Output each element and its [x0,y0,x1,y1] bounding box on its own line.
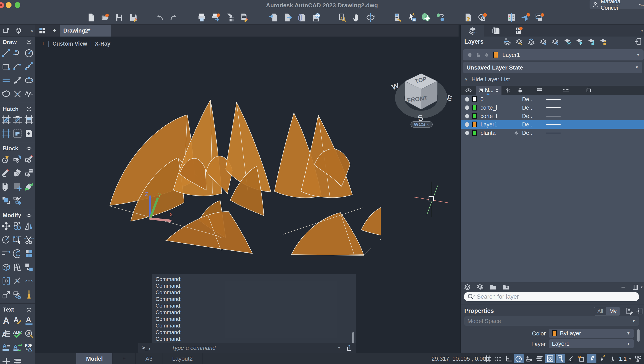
layer-lock-button[interactable] [587,38,595,46]
layer-row-0[interactable]: 0De... [461,95,644,103]
tool-rotate[interactable] [1,235,11,245]
tool-block-insert[interactable] [1,154,11,164]
tool-circle[interactable] [24,48,34,58]
status-shapes-toggle[interactable] [634,354,643,363]
layer-status-dot[interactable] [465,114,469,118]
tool-point[interactable] [12,89,22,99]
status-workspace-rect-toggle[interactable] [576,354,586,363]
tool-block-construct[interactable] [1,195,11,205]
name-column-header[interactable]: N... [476,86,502,95]
palette-tab-2d[interactable] [0,27,12,34]
layer-lineweight[interactable]: De... [522,105,546,111]
viewport-style-control[interactable]: X-Ray [95,41,110,47]
tool-explode-3d[interactable] [1,262,11,272]
tool-polyline[interactable] [12,48,22,58]
filter-my[interactable]: My [606,307,620,315]
publish-edit-button[interactable] [240,13,249,22]
tool-attribute-edit[interactable] [1,168,11,178]
status-osnap-toggle[interactable] [566,354,576,363]
layout-tab-layout2[interactable]: Layout2 [162,353,203,364]
tool-bracket-select[interactable] [1,276,11,286]
linetype-column-icon[interactable] [553,87,580,94]
tool-find-text[interactable]: A [24,329,34,339]
pan-button[interactable] [352,13,361,22]
color-dropdown[interactable]: ByLayer ▼ [549,329,634,338]
viewcube[interactable]: TOP FRONT W E S [389,63,458,129]
layer-dropdown[interactable]: Layer1 ▼ [549,339,634,348]
command-input-placeholder[interactable]: Type a command [150,344,216,351]
open-folder-button[interactable] [100,13,110,22]
status-lineweight-toggle[interactable] [535,354,544,363]
status-annotation-auto-toggle[interactable] [597,354,607,363]
visibility-column-eye-icon[interactable] [461,87,476,94]
layer-lineweight[interactable]: De... [522,113,546,119]
command-input-row[interactable]: >_ ▾ Type a command ▼ [138,343,356,353]
point-style-button[interactable] [435,13,444,22]
tool-text-style[interactable]: A [12,315,22,325]
tool-move[interactable] [1,221,11,231]
status-selection-cycling-toggle[interactable] [556,354,565,363]
gear-icon[interactable] [26,307,32,313]
current-layer-dropdown[interactable]: Layer1 ▼ [463,49,644,61]
drawing-compare-button[interactable] [507,13,516,22]
layer-search-field[interactable]: Search for layer [464,292,639,301]
status-transparency-toggle[interactable] [545,354,555,363]
save-button[interactable] [115,13,124,22]
status-ortho-toggle[interactable] [504,354,513,363]
layout-tab-model[interactable]: Model [76,353,113,364]
layout-tab-a3[interactable]: A3 [136,353,162,364]
panel-slide-icon[interactable] [634,38,642,45]
tool-multiline[interactable] [1,75,11,86]
layer-state-ic-button[interactable] [464,283,472,291]
layer-lineweight[interactable]: De... [522,96,546,103]
print-button[interactable] [197,13,206,22]
gear-icon[interactable] [26,106,32,112]
snowflake-icon[interactable] [514,130,519,136]
recent-commands-chevron[interactable]: ▼ [337,346,341,350]
status-dyn-input-toggle[interactable] [524,354,534,363]
layer-state-dropdown[interactable]: Unsaved Layer State ▼ [463,62,642,73]
layer-isolate-button[interactable] [539,38,548,46]
layer-row-corte_l[interactable]: corte_lDe... [461,103,644,112]
tool-block-palette[interactable] [12,182,22,192]
gear-icon[interactable] [26,39,32,45]
layer-linetype-sample[interactable] [546,124,560,125]
tool-measure[interactable] [12,75,22,86]
tool-text-align[interactable]: A [1,343,11,353]
tool-text[interactable]: A [1,315,11,325]
tool-solid-fill[interactable] [12,128,22,139]
folder-live-button[interactable] [502,283,510,291]
tool-palettes-button[interactable] [393,13,402,22]
tool-hatch-edit[interactable] [12,115,22,125]
filter-all[interactable]: All [594,307,606,315]
layer-settings-button[interactable] [515,38,524,46]
performance-button[interactable] [535,13,544,22]
layer-row-Layer1[interactable]: Layer1De... [461,120,644,129]
layer-status-dot[interactable] [465,131,469,135]
status-snap-toggle[interactable] [493,354,503,363]
tool-copy[interactable] [12,221,22,231]
properties-scrollbar[interactable] [637,329,640,342]
xref-tab[interactable] [484,25,507,37]
lock-column-icon[interactable] [514,88,526,93]
layer-lineweight[interactable]: De... [522,121,546,128]
wcs-dropdown[interactable]: WCS ▽ [410,121,433,128]
tool-array[interactable] [24,248,34,259]
layer-status-dot[interactable] [465,122,469,127]
tool-block-edit[interactable] [24,154,34,164]
share-button[interactable] [521,13,530,22]
layer-states-mgr-button[interactable] [476,283,484,291]
layer-previous-button[interactable] [527,38,536,46]
new-drawing-tab-button[interactable]: + [49,25,60,37]
attach-doc-button[interactable] [297,13,306,22]
layer-unisolate-button[interactable] [551,38,560,46]
command-customize-icon[interactable] [346,344,353,351]
export-doc-button[interactable] [283,13,292,22]
layer-color-swatch[interactable] [472,105,477,111]
tool-rectangle[interactable] [1,62,11,72]
user-account-menu[interactable]: Mafalda Concei ▾… [590,0,644,9]
layout-tab-+[interactable]: + [113,353,136,364]
page-setup-button[interactable] [225,13,234,22]
tool-write-block[interactable] [1,182,11,192]
tool-line[interactable] [1,48,11,58]
